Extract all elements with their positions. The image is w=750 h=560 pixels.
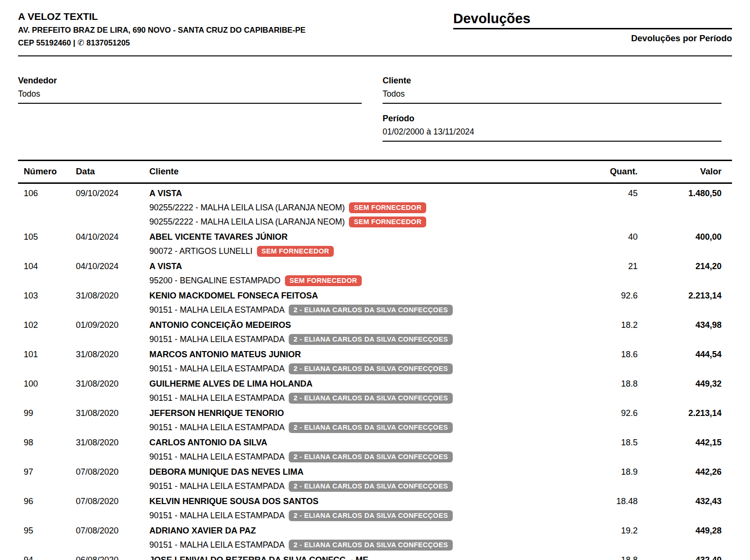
returns-table: Número Data Cliente Quant. Valor 10609/1… <box>18 160 732 560</box>
product-text: 90151 - MALHA LEILA ESTAMPADA <box>149 540 284 550</box>
cell-data: 04/10/2024 <box>70 262 144 271</box>
cell-quant: 18.6 <box>552 350 638 360</box>
cell-quant: 21 <box>552 262 638 271</box>
table-row-main: 9607/08/2020KELVIN HENRIQUE SOUSA DOS SA… <box>18 495 732 509</box>
page-title: Devoluções <box>453 11 732 29</box>
product-text: 90151 - MALHA LEILA ESTAMPADA <box>149 452 284 462</box>
cell-data: 06/08/2020 <box>70 555 144 560</box>
cell-data: 01/09/2020 <box>70 320 144 330</box>
table-row: 9406/08/2020JOSE LENIVALDO BEZERRA DA SI… <box>18 553 732 560</box>
cell-data: 04/10/2024 <box>70 232 144 242</box>
separator: | <box>73 38 75 47</box>
cell-cliente: KELVIN HENRIQUE SOUSA DOS SANTOS <box>144 497 552 506</box>
cell-valor: 214,20 <box>638 262 732 271</box>
table-row-main: 10201/09/2020ANTONIO CONCEIÇÃO MEDEIROS1… <box>18 318 732 333</box>
table-row-main: 9507/08/2020ADRIANO XAVIER DA PAZ19.2449… <box>18 524 732 538</box>
table-row: 10031/08/2020GUILHERME ALVES DE LIMA HOL… <box>18 377 732 406</box>
cell-cliente: ANTONIO CONCEIÇÃO MEDEIROS <box>144 320 552 330</box>
cell-cliente: KENIO MACKDOMEL FONSECA FEITOSA <box>144 291 552 301</box>
cell-numero: 102 <box>18 320 70 330</box>
cell-data: 31/08/2020 <box>70 408 144 418</box>
product-text: 90255/2222 - MALHA LEILA LISA (LARANJA N… <box>149 203 345 213</box>
product-line: 90151 - MALHA LEILA ESTAMPADA2 - ELIANA … <box>149 303 732 317</box>
cell-cliente: CARLOS ANTONIO DA SILVA <box>144 438 552 448</box>
company-phone: 8137051205 <box>86 38 130 47</box>
table-body: 10609/10/2024A VISTA451.480,5090255/2222… <box>18 184 732 560</box>
product-text: 90072 - ARTIGOS LUNELLI <box>149 246 253 256</box>
cell-numero: 106 <box>18 189 70 199</box>
cell-cliente: A VISTA <box>144 262 552 271</box>
product-line: 90151 - MALHA LEILA ESTAMPADA2 - ELIANA … <box>149 362 732 376</box>
cell-valor: 432,40 <box>638 555 732 560</box>
table-row-main: 9831/08/2020CARLOS ANTONIO DA SILVA18.54… <box>18 436 732 450</box>
company-cep: CEP 55192460 <box>18 38 71 47</box>
supplier-badge: 2 - ELIANA CARLOS DA SILVA CONFECÇOES <box>289 363 453 375</box>
cell-data: 09/10/2024 <box>70 189 144 199</box>
product-line: 90255/2222 - MALHA LEILA LISA (LARANJA N… <box>149 215 732 229</box>
filter-vendedor: Vendedor Todos <box>18 76 362 141</box>
header-cliente: Cliente <box>144 166 552 177</box>
cell-valor: 2.213,14 <box>638 408 732 418</box>
cell-numero: 96 <box>18 497 70 506</box>
product-line: 90072 - ARTIGOS LUNELLISEM FORNECEDOR <box>149 244 732 259</box>
company-name: A VELOZ TEXTIL <box>18 10 306 22</box>
cliente-label: Cliente <box>383 76 722 86</box>
cell-valor: 442,15 <box>638 438 732 448</box>
table-row-main: 9707/08/2020DEBORA MUNIQUE DAS NEVES LIM… <box>18 465 732 479</box>
cell-data: 31/08/2020 <box>70 350 144 360</box>
cell-valor: 1.480,50 <box>638 189 732 199</box>
supplier-badge: 2 - ELIANA CARLOS DA SILVA CONFECÇOES <box>289 393 453 404</box>
page-subtitle: Devoluções por Período <box>453 33 732 44</box>
table-row: 10404/10/2024A VISTA21214,2095200 - BENG… <box>18 260 732 288</box>
header-data: Data <box>70 166 144 177</box>
cell-numero: 100 <box>18 379 70 389</box>
product-text: 90151 - MALHA LEILA ESTAMPADA <box>149 423 284 433</box>
table-row: 10609/10/2024A VISTA451.480,5090255/2222… <box>18 187 732 229</box>
table-row: 9831/08/2020CARLOS ANTONIO DA SILVA18.54… <box>18 436 732 464</box>
product-line: 90151 - MALHA LEILA ESTAMPADA2 - ELIANA … <box>149 479 732 494</box>
product-text: 90151 - MALHA LEILA ESTAMPADA <box>149 511 284 521</box>
cell-numero: 97 <box>18 467 70 477</box>
cell-numero: 98 <box>18 438 70 448</box>
product-line: 90151 - MALHA LEILA ESTAMPADA2 - ELIANA … <box>149 421 732 435</box>
header-divider <box>18 55 732 56</box>
vendedor-label: Vendedor <box>18 76 362 86</box>
supplier-badge: 2 - ELIANA CARLOS DA SILVA CONFECÇOES <box>289 452 453 463</box>
table-row-main: 10131/08/2020MARCOS ANTONIO MATEUS JUNIO… <box>18 348 732 362</box>
cell-quant: 18.8 <box>552 555 638 560</box>
cliente-value: Todos <box>383 89 722 104</box>
cell-numero: 94 <box>18 555 70 560</box>
product-line: 95200 - BENGALINE ESTAMPADOSEM FORNECEDO… <box>149 274 732 288</box>
supplier-badge: SEM FORNECEDOR <box>349 202 426 214</box>
cell-data: 07/08/2020 <box>70 526 144 536</box>
table-row-main: 10609/10/2024A VISTA451.480,50 <box>18 187 732 201</box>
table-row-main: 9406/08/2020JOSE LENIVALDO BEZERRA DA SI… <box>18 553 732 560</box>
report-title-block: Devoluções Devoluções por Período <box>453 10 732 44</box>
supplier-badge: SEM FORNECEDOR <box>257 246 334 257</box>
table-row-main: 10031/08/2020GUILHERME ALVES DE LIMA HOL… <box>18 377 732 391</box>
supplier-badge: 2 - ELIANA CARLOS DA SILVA CONFECÇOES <box>289 481 453 492</box>
company-block: A VELOZ TEXTIL AV. PREFEITO BRAZ DE LIRA… <box>18 10 306 48</box>
cell-quant: 18.9 <box>552 467 638 477</box>
supplier-badge: 2 - ELIANA CARLOS DA SILVA CONFECÇOES <box>289 305 453 316</box>
cell-numero: 105 <box>18 232 70 242</box>
periodo-label: Período <box>383 114 722 124</box>
table-row: 10201/09/2020ANTONIO CONCEIÇÃO MEDEIROS1… <box>18 318 732 347</box>
product-text: 90255/2222 - MALHA LEILA LISA (LARANJA N… <box>149 217 345 227</box>
cell-valor: 449,28 <box>638 526 732 536</box>
product-text: 90151 - MALHA LEILA ESTAMPADA <box>149 364 284 374</box>
cell-quant: 40 <box>552 232 638 242</box>
vendedor-value: Todos <box>18 89 362 104</box>
cell-data: 31/08/2020 <box>70 438 144 448</box>
cell-quant: 92.6 <box>552 408 638 418</box>
cell-cliente: MARCOS ANTONIO MATEUS JUNIOR <box>144 350 552 360</box>
table-row-main: 10331/08/2020KENIO MACKDOMEL FONSECA FEI… <box>18 289 732 303</box>
table-row-main: 10504/10/2024ABEL VICENTE TAVARES JÚNIOR… <box>18 230 732 244</box>
report-header: A VELOZ TEXTIL AV. PREFEITO BRAZ DE LIRA… <box>18 0 732 48</box>
phone-icon: ✆ <box>77 38 84 47</box>
cell-valor: 432,43 <box>638 497 732 506</box>
table-row: 9707/08/2020DEBORA MUNIQUE DAS NEVES LIM… <box>18 465 732 494</box>
cell-quant: 18.48 <box>552 497 638 506</box>
cell-valor: 442,26 <box>638 467 732 477</box>
cell-cliente: DEBORA MUNIQUE DAS NEVES LIMA <box>144 467 552 477</box>
